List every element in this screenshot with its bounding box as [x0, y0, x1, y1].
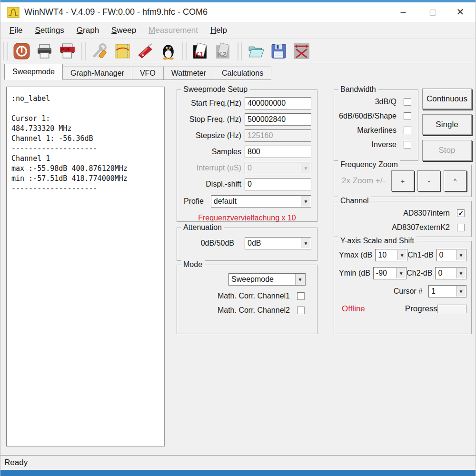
tab-vfo[interactable]: VFO	[132, 66, 164, 79]
ad8307-extern-label: AD8307externK2	[392, 223, 450, 232]
channel-group: Channel AD8307intern ✓ AD8307externK2	[334, 201, 472, 237]
svg-text:PDF: PDF	[61, 47, 71, 52]
maximize-button[interactable]: ▢	[422, 2, 443, 22]
ymax-combo[interactable]: 10 ▼	[375, 249, 407, 261]
chevron-down-icon[interactable]: ▼	[456, 268, 466, 278]
tab-sweepmode[interactable]: Sweepmode	[4, 64, 63, 80]
cursor-number-label: Cursor #	[394, 287, 423, 296]
mode-combo[interactable]: Sweepmode ▼	[228, 273, 306, 286]
single-button[interactable]: Single	[422, 114, 472, 135]
print-button[interactable]	[34, 41, 55, 62]
sweepmode-page: :no_label Cursor 1: 484.733320 MHz Chann…	[0, 80, 476, 455]
chevron-down-icon[interactable]: ▼	[456, 286, 466, 297]
continuous-button[interactable]: Continuous	[422, 89, 472, 109]
combo-value: default	[214, 197, 237, 206]
attenuation-combo[interactable]: 0dB ▼	[245, 237, 311, 249]
ad8307-intern-checkbox[interactable]: ✓	[457, 209, 465, 217]
ch1-db-combo[interactable]: 0 ▼	[436, 249, 466, 261]
floppy-disk-icon	[270, 42, 288, 60]
markerlines-checkbox[interactable]	[404, 127, 411, 134]
displ-shift-input[interactable]	[245, 178, 311, 190]
yaxis-group: Y-axis Scale and Shift Ymax (dB 10 ▼ Ch1…	[334, 241, 472, 334]
tab-graph-manager[interactable]: Graph-Manager	[63, 66, 132, 79]
start-freq-input[interactable]	[245, 97, 311, 109]
attenuation-group: Attenuation 0dB/50dB 0dB ▼	[177, 228, 317, 261]
open-folder-icon	[247, 42, 265, 60]
chevron-down-icon[interactable]: ▼	[456, 250, 466, 260]
tools-icon	[91, 42, 109, 60]
window-title: WinNWT4 - V.4.09 - FW:0.00 - hfm9.hfc - …	[24, 2, 208, 22]
ymin-combo[interactable]: -90 ▼	[373, 267, 407, 279]
ymax-label: Ymax (dB	[339, 251, 372, 259]
toolbar-drag-handle[interactable]	[182, 42, 187, 60]
toolbar-drag-handle[interactable]	[3, 42, 8, 60]
math-corr-ch1-checkbox[interactable]	[297, 292, 305, 300]
close-button[interactable]: ✕	[450, 2, 471, 22]
samples-label: Samples	[212, 148, 241, 156]
inverse-checkbox[interactable]	[404, 141, 411, 149]
calibration-k1-button[interactable]: K1	[190, 41, 211, 62]
tab-calculations[interactable]: Calculations	[214, 66, 271, 79]
settings-button[interactable]	[89, 41, 110, 62]
calibration-k2-button[interactable]: K2	[213, 41, 234, 62]
menu-graph[interactable]: Graph	[70, 22, 105, 39]
chevron-down-icon[interactable]: ▼	[295, 274, 305, 285]
chevron-down-icon[interactable]: ▼	[301, 196, 310, 207]
cursor-number-combo[interactable]: 1 ▼	[428, 285, 466, 298]
zoom-factor-label: 2x Zoom +/-	[342, 176, 388, 186]
chevron-down-icon[interactable]: ▼	[397, 250, 407, 260]
pdf-printer-icon: PDF	[59, 42, 76, 60]
menu-sweep[interactable]: Sweep	[105, 22, 142, 39]
profile-label: Profie	[184, 197, 204, 206]
profile-combo[interactable]: default ▼	[211, 195, 311, 208]
ch1-db-label: Ch1-dB	[407, 251, 433, 259]
group-title: Bandwidth	[338, 85, 378, 94]
samples-input[interactable]	[245, 146, 311, 158]
menu-settings[interactable]: Settings	[29, 22, 70, 39]
exit-button[interactable]	[11, 41, 32, 62]
chevron-down-icon[interactable]: ▼	[301, 163, 310, 173]
k2-icon: K2	[215, 42, 232, 60]
print-pdf-button[interactable]: PDF	[57, 41, 78, 62]
bandwidth-3db-label: 3dB/Q	[375, 98, 397, 106]
save-file-button[interactable]	[268, 41, 289, 62]
offline-status: Offline	[342, 304, 365, 314]
stop-button[interactable]: Stop	[422, 140, 472, 161]
zoom-out-button[interactable]: -	[417, 170, 440, 191]
toolbar-drag-handle[interactable]	[81, 42, 86, 60]
chevron-down-icon[interactable]: ▼	[301, 238, 310, 248]
tools-knife-button[interactable]	[135, 41, 156, 62]
math-corr-ch1-label: Math. Corr. Channel1	[218, 292, 290, 300]
swiss-knife-icon	[137, 42, 154, 60]
ad8307-extern-checkbox[interactable]	[457, 224, 465, 231]
linux-tux-button[interactable]	[158, 41, 178, 62]
graph-manager-button[interactable]	[112, 41, 133, 62]
menu-file[interactable]: File	[3, 22, 29, 39]
chevron-down-icon[interactable]: ▼	[396, 268, 406, 278]
ch2-db-combo[interactable]: 0 ▼	[435, 267, 466, 279]
combo-value: 0	[438, 269, 442, 278]
open-file-button[interactable]	[245, 41, 266, 62]
math-corr-ch2-checkbox[interactable]	[297, 307, 305, 314]
menu-help[interactable]: Help	[204, 22, 233, 39]
bandwidth-3db-checkbox[interactable]	[404, 98, 411, 106]
svg-text:K2: K2	[217, 50, 227, 58]
group-title: Frequency Zoom	[338, 160, 400, 169]
minimize-button[interactable]: –	[393, 2, 414, 22]
titlebar: WinNWT4 - V.4.09 - FW:0.00 - hfm9.hfc - …	[0, 2, 476, 22]
interrupt-combo[interactable]: 0 ▼	[245, 162, 311, 174]
displ-shift-label: Displ.-shift	[206, 180, 241, 188]
toolbar-drag-handle[interactable]	[238, 42, 242, 60]
stop-freq-input[interactable]	[245, 113, 311, 126]
bandwidth-6db-checkbox[interactable]	[404, 112, 411, 120]
menu-measurement[interactable]: Measurement	[142, 22, 204, 39]
tab-wattmeter[interactable]: Wattmeter	[164, 66, 214, 79]
zoom-reset-button[interactable]: ^	[444, 170, 466, 191]
sweep-span-button[interactable]	[291, 41, 312, 62]
penguin-icon	[159, 42, 177, 60]
interrupt-label: Interrupt (uS)	[197, 164, 241, 172]
tabbar: Sweepmode Graph-Manager VFO Wattmeter Ca…	[0, 63, 476, 80]
frequency-zoom-group: Frequency Zoom 2x Zoom +/- + - ^	[334, 165, 472, 197]
zoom-in-button[interactable]: +	[391, 170, 414, 191]
stepsize-input[interactable]	[245, 129, 311, 142]
